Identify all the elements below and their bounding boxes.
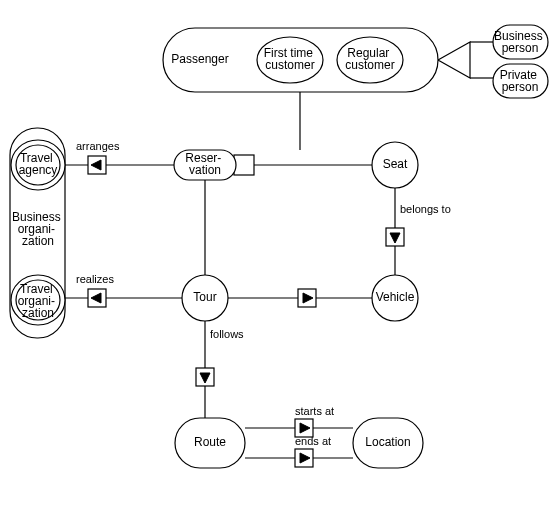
- er-diagram: arranges belongs to realizes follows sta…: [0, 0, 556, 516]
- label-travel-agency: Travel agency: [19, 151, 58, 177]
- label-starts-at: starts at: [295, 405, 334, 417]
- label-location: Location: [365, 435, 410, 449]
- label-regular-customer: Regular customer: [345, 46, 394, 72]
- label-route: Route: [194, 435, 226, 449]
- arrowbox-ends-at: [295, 449, 313, 467]
- label-private-person: Private person: [500, 68, 541, 94]
- label-arranges: arranges: [76, 140, 120, 152]
- label-reservation: Reser- vation: [185, 151, 224, 177]
- label-travel-organization: Travel organi- zation: [18, 282, 59, 320]
- label-vehicle: Vehicle: [376, 290, 415, 304]
- label-belongs-to: belongs to: [400, 203, 451, 215]
- label-follows: follows: [210, 328, 244, 340]
- arrowbox-arranges: [88, 156, 106, 174]
- reservation-qualifier: [234, 155, 254, 175]
- edge-passenger-generalization: [438, 42, 498, 78]
- arrowbox-realizes: [88, 289, 106, 307]
- label-passenger: Passenger: [171, 52, 228, 66]
- label-business-person: Business person: [494, 29, 546, 55]
- arrowbox-follows: [196, 368, 214, 386]
- svg-marker-1: [438, 42, 470, 78]
- label-tour: Tour: [193, 290, 216, 304]
- label-realizes: realizes: [76, 273, 114, 285]
- arrowbox-belongs-to: [386, 228, 404, 246]
- label-seat: Seat: [383, 157, 408, 171]
- label-ends-at: ends at: [295, 435, 331, 447]
- label-first-time-customer: First time customer: [264, 46, 317, 72]
- arrowbox-tour-vehicle: [298, 289, 316, 307]
